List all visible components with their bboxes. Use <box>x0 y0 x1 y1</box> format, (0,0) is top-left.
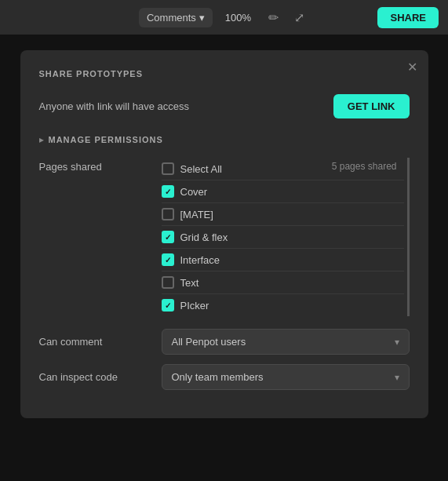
can-comment-chevron-icon: ▾ <box>395 337 399 348</box>
comments-label: Comments <box>147 12 196 24</box>
modal-overlay: SHARE PROTOTYPES ✕ Anyone with link will… <box>0 35 448 481</box>
close-button[interactable]: ✕ <box>407 61 417 74</box>
page-checkbox[interactable] <box>162 162 174 175</box>
page-checkbox[interactable] <box>162 185 174 198</box>
can-comment-row: Can comment All Penpot users ▾ <box>39 329 410 355</box>
page-checkbox[interactable] <box>162 231 174 243</box>
comments-chevron-icon: ▾ <box>199 12 205 24</box>
page-name: Cover <box>180 186 208 198</box>
page-checkbox[interactable] <box>162 276 174 289</box>
can-inspect-chevron-icon: ▾ <box>395 372 399 383</box>
modal-title: SHARE PROTOTYPES <box>39 69 410 78</box>
can-inspect-label: Can inspect code <box>39 371 149 383</box>
page-name: PIcker <box>180 300 209 312</box>
page-name: Select All <box>180 163 222 175</box>
share-modal: SHARE PROTOTYPES ✕ Anyone with link will… <box>20 50 428 418</box>
page-item: Cover <box>162 180 404 203</box>
page-item: Interface <box>162 249 404 271</box>
edit-icon[interactable]: ✏ <box>264 10 283 25</box>
share-button[interactable]: SHARE <box>377 7 439 28</box>
access-row: Anyone with link will have access GET LI… <box>39 94 410 118</box>
can-comment-dropdown[interactable]: All Penpot users ▾ <box>162 329 410 355</box>
expand-icon[interactable]: ⤢ <box>290 10 309 25</box>
get-link-button[interactable]: GET LINK <box>333 94 410 118</box>
page-checkbox[interactable] <box>162 253 174 266</box>
zoom-level[interactable]: 100% <box>219 12 257 24</box>
can-comment-label: Can comment <box>39 336 149 348</box>
page-item: Grid & flex <box>162 226 404 249</box>
can-inspect-row: Can inspect code Only team members ▾ <box>39 364 410 390</box>
page-item: Text <box>162 271 404 294</box>
comments-button[interactable]: Comments ▾ <box>139 8 213 27</box>
can-inspect-dropdown[interactable]: Only team members ▾ <box>162 364 410 390</box>
pages-count: 5 pages shared <box>332 161 397 172</box>
page-item: [MATE] <box>162 203 404 226</box>
page-name: Grid & flex <box>180 231 228 243</box>
page-name: Interface <box>180 254 220 266</box>
can-comment-value: All Penpot users <box>172 336 246 348</box>
pages-list-container: 5 pages shared Select AllCover[MATE]Grid… <box>162 158 410 316</box>
manage-perm-chevron-icon: ▸ <box>39 134 44 145</box>
page-name: Text <box>180 277 199 289</box>
page-item: PIcker <box>162 294 404 316</box>
pages-section: Pages shared 5 pages shared Select AllCo… <box>39 158 410 316</box>
page-checkbox[interactable] <box>162 299 174 312</box>
page-checkbox[interactable] <box>162 208 174 220</box>
manage-permissions-label: MANAGE PERMISSIONS <box>49 135 163 144</box>
can-inspect-value: Only team members <box>172 371 264 383</box>
toolbar: Comments ▾ 100% ✏ ⤢ SHARE <box>0 0 448 35</box>
page-name: [MATE] <box>180 209 213 220</box>
manage-permissions-row[interactable]: ▸ MANAGE PERMISSIONS <box>39 134 410 145</box>
pages-shared-label: Pages shared <box>39 158 149 316</box>
access-label: Anyone with link will have access <box>39 100 189 112</box>
pages-scroll: Select AllCover[MATE]Grid & flexInterfac… <box>162 158 410 316</box>
